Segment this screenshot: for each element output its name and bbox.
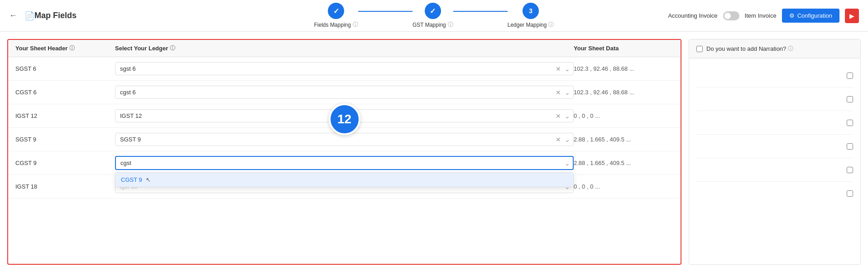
item-invoice-label: Item Invoice (745, 12, 777, 19)
col-sheet-header: Your Sheet Header ⓘ (15, 44, 115, 52)
row-cgst9-input[interactable] (115, 156, 574, 170)
back-icon: ← (9, 11, 17, 20)
right-row (696, 64, 853, 87)
right-checkbox-4[interactable] (847, 143, 853, 150)
row-sgst6-clear-icon[interactable]: ✕ (556, 65, 561, 73)
row-cgst6-clear-icon[interactable]: ✕ (556, 89, 561, 96)
narration-label: Do you want to add Narration? ⓘ (706, 45, 793, 53)
right-checkbox-6[interactable] (847, 190, 853, 197)
invoice-toggle[interactable] (723, 11, 739, 20)
row-sgst6-select-wrapper: sgst 6 ✕ ⌄ (115, 62, 574, 75)
config-icon: ⚙ (789, 12, 795, 19)
row-igst18-label: IGST 18 (15, 183, 115, 190)
table-row: CGST 6 cgst 6 ✕ ⌄ 102.3 , 92.46 , 88.68 … (8, 81, 681, 104)
step-3-circle: 3 (523, 3, 539, 19)
cgst9-dropdown: CGST 9 ↖ (115, 172, 574, 187)
step-3: 3 Ledger Mapping ⓘ (508, 3, 554, 29)
row-igst12-label: IGST 12 (15, 112, 115, 119)
dropdown-item-cgst9[interactable]: CGST 9 ↖ (115, 173, 573, 187)
row-cgst9-label: CGST 9 (15, 160, 115, 166)
row-cgst9-data: 2.88 , 1.665 , 409.5 ... (574, 160, 673, 166)
stepper: ✓ Fields Mapping ⓘ ✓ GST Mapping ⓘ (314, 3, 554, 29)
right-checkbox-3[interactable] (847, 120, 853, 126)
row-sgst9-label: SGST 9 (15, 136, 115, 143)
row-sgst6-arrow-icon[interactable]: ⌄ (565, 65, 570, 73)
right-row (696, 135, 853, 158)
row-cgst6-label: CGST 6 (15, 89, 115, 96)
page-title: Map Fields (34, 11, 77, 20)
document-icon: 📄 (24, 11, 34, 21)
step-connector-1 (358, 11, 412, 12)
right-panel-body (689, 58, 860, 211)
row-cgst9-select-wrapper: ⌄ CGST 9 ↖ (115, 156, 574, 170)
step-2: ✓ GST Mapping ⓘ (412, 3, 453, 29)
step-badge-12: 12 (329, 103, 360, 135)
step-2-checkmark: ✓ (430, 7, 436, 15)
row-sgst9-arrow-icon[interactable]: ⌄ (565, 136, 570, 143)
left-panel-inner: Your Sheet Header ⓘ Select Your Ledger ⓘ… (8, 40, 681, 199)
right-checkbox-1[interactable] (847, 73, 853, 79)
row-sgst6-data: 102.3 , 92.46 , 88.68 ... (574, 65, 673, 72)
step-connector-2 (453, 11, 508, 12)
step-1: ✓ Fields Mapping ⓘ (314, 3, 358, 29)
step-1-label: Fields Mapping ⓘ (314, 21, 358, 29)
step-2-circle: ✓ (425, 3, 441, 19)
left-panel: Your Sheet Header ⓘ Select Your Ledger ⓘ… (7, 39, 681, 265)
row-cgst6-select[interactable]: cgst 6 (115, 86, 574, 99)
row-igst18-data: 0 , 0 , 0 ... (574, 183, 673, 190)
right-row (696, 111, 853, 135)
row-cgst6-data: 102.3 , 92.46 , 88.68 ... (574, 89, 673, 96)
row-igst12-clear-icon[interactable]: ✕ (556, 112, 561, 120)
step-1-info-icon[interactable]: ⓘ (353, 21, 358, 29)
table-row: SGST 6 sgst 6 ✕ ⌄ 102.3 , 92.46 , 88.68 … (8, 57, 681, 81)
step-3-info-icon[interactable]: ⓘ (548, 21, 554, 29)
row-cgst6-select-wrapper: cgst 6 ✕ ⌄ (115, 86, 574, 99)
right-row (696, 158, 853, 182)
toggle-slider (723, 11, 739, 20)
accounting-invoice-label: Accounting Invoice (668, 12, 717, 19)
row-sgst6-select[interactable]: sgst 6 (115, 62, 574, 75)
main-content: Your Sheet Header ⓘ Select Your Ledger ⓘ… (0, 32, 868, 272)
table-row: CGST 9 ⌄ CGST 9 ↖ 2.88 , 1.665 , 409.5 .… (8, 151, 681, 175)
step-1-circle: ✓ (328, 3, 344, 19)
header-right: Accounting Invoice Item Invoice ⚙ Config… (668, 9, 859, 23)
back-button[interactable]: ← (9, 11, 17, 20)
cursor-icon: ↖ (146, 176, 151, 183)
right-checkbox-5[interactable] (847, 167, 853, 173)
step-1-checkmark: ✓ (333, 7, 339, 15)
configuration-button[interactable]: ⚙ Configuration (782, 9, 839, 23)
app-container: ← 📄 Map Fields ✓ Fields Mapping ⓘ ✓ (0, 0, 868, 272)
right-row (696, 87, 853, 111)
row-igst12-arrow-icon[interactable]: ⌄ (565, 112, 570, 120)
step-3-label: Ledger Mapping ⓘ (508, 21, 554, 29)
row-sgst9-clear-icon[interactable]: ✕ (556, 136, 561, 143)
right-panel-header: Do you want to add Narration? ⓘ (689, 39, 860, 58)
video-button[interactable]: ▶ (845, 9, 859, 23)
col-sheet-header-info[interactable]: ⓘ (69, 44, 75, 52)
right-checkbox-2[interactable] (847, 96, 853, 102)
col-ledger-info[interactable]: ⓘ (170, 44, 175, 52)
row-igst12-data: 0 , 0 , 0 ... (574, 112, 673, 119)
row-cgst6-arrow-icon[interactable]: ⌄ (565, 89, 570, 96)
right-panel: Do you want to add Narration? ⓘ (689, 39, 861, 265)
step-2-info-icon[interactable]: ⓘ (448, 21, 453, 29)
header: ← 📄 Map Fields ✓ Fields Mapping ⓘ ✓ (0, 0, 868, 32)
col-ledger-header: Select Your Ledger ⓘ (115, 44, 574, 52)
row-cgst9-arrow-icon[interactable]: ⌄ (565, 160, 570, 167)
row-sgst9-data: 2.88 , 1.665 , 409.5 ... (574, 136, 673, 143)
right-row (696, 182, 853, 205)
table-header: Your Sheet Header ⓘ Select Your Ledger ⓘ… (8, 40, 681, 57)
row-sgst6-label: SGST 6 (15, 65, 115, 72)
col-sheet-data-header: Your Sheet Data (574, 44, 673, 52)
narration-info-icon[interactable]: ⓘ (788, 45, 793, 53)
narration-checkbox[interactable] (696, 46, 703, 52)
step-2-label: GST Mapping ⓘ (412, 21, 453, 29)
play-icon: ▶ (849, 12, 854, 19)
